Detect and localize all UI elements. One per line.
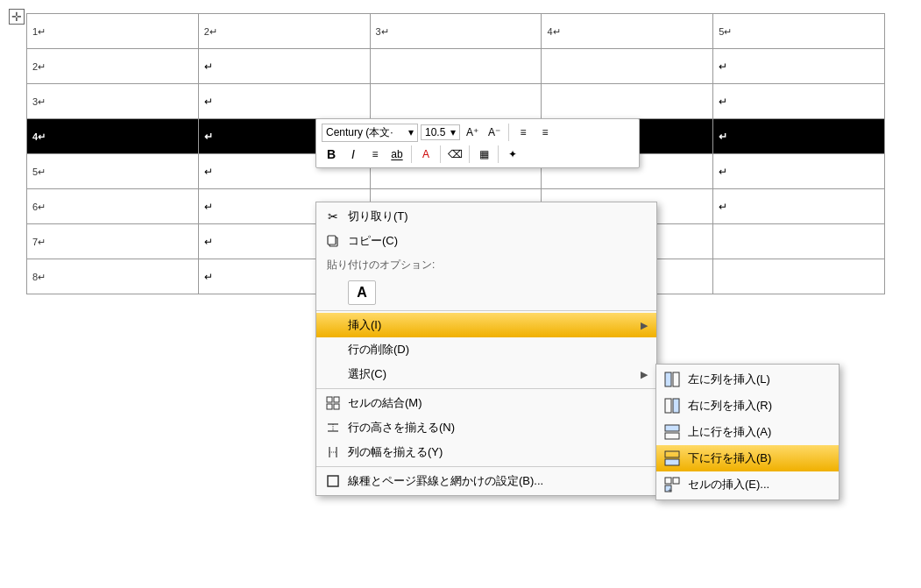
row-height-label: 行の高さを揃える(N) (348, 420, 455, 436)
cell-r1c1[interactable]: 1↵ (27, 14, 199, 49)
cell-r2c2[interactable]: ↵ (198, 49, 370, 84)
border-settings-label: 線種とページ罫線と網かけの設定(B)... (348, 473, 543, 489)
font-name-label: Century (本文· (326, 125, 393, 140)
paste-keep-format-button[interactable]: A (348, 280, 376, 305)
font-color-button[interactable]: A (416, 145, 436, 164)
table-row: 1↵ 2↵ 3↵ 4↵ 5↵ (27, 14, 885, 49)
font-name-chevron-icon: ▾ (408, 126, 414, 138)
insert-cell-label: セルの挿入(E)... (688, 477, 769, 492)
svg-rect-19 (665, 451, 679, 457)
copy-icon (323, 231, 343, 251)
insert-cell-icon: + (662, 474, 683, 495)
cell-r1c5[interactable]: 5↵ (713, 14, 885, 49)
toolbar-separator-1 (508, 124, 509, 141)
bold-button[interactable]: B (322, 145, 341, 164)
context-menu-select[interactable]: 選択(C) ▶ (316, 362, 656, 386)
insert-row-above-label: 上に行を挿入(A) (688, 424, 771, 440)
grow-font-button[interactable]: A⁺ (463, 123, 482, 142)
cell-r7c5[interactable] (713, 224, 885, 259)
paste-options-label: 貼り付けのオプション: (327, 258, 435, 273)
cell-r6c1[interactable]: 6↵ (27, 189, 199, 224)
context-menu-merge-cells[interactable]: セルの結合(M) (316, 391, 656, 415)
cell-r1c4[interactable]: 4↵ (542, 14, 713, 49)
context-menu-border-settings[interactable]: 線種とページ罫線と網かけの設定(B)... (316, 469, 656, 493)
merge-cells-label: セルの結合(M) (348, 395, 422, 411)
font-name-dropdown[interactable]: Century (本文· ▾ (322, 124, 418, 142)
cell-r1c3[interactable]: 3↵ (370, 14, 542, 49)
submenu-insert-row-above[interactable]: 上に行を挿入(A) (656, 419, 839, 445)
select-label: 選択(C) (348, 366, 386, 382)
cell-r5c1[interactable]: 5↵ (27, 154, 199, 189)
submenu-insert-col-left[interactable]: 左に列を挿入(L) (656, 366, 839, 393)
shading-button[interactable]: ⌫ (445, 145, 464, 164)
context-menu-separator-3 (316, 466, 656, 467)
format-painter-button[interactable]: ✦ (503, 145, 522, 164)
cell-r7c1[interactable]: 7↵ (27, 224, 199, 259)
context-menu-paste-label: 貼り付けのオプション: (316, 253, 656, 277)
context-menu: ✂ 切り取り(T) コピー(C) 貼り付けのオプション: A (315, 202, 657, 496)
context-menu-delete-row[interactable]: 行の削除(D) (316, 337, 656, 362)
cell-r2c5[interactable]: ↵ (713, 49, 885, 84)
copy-label: コピー(C) (348, 233, 398, 249)
context-menu-separator-2 (316, 388, 656, 389)
insert-row-above-icon (662, 422, 683, 443)
table-row: 2↵ ↵ ↵ (27, 49, 885, 84)
shrink-font-button[interactable]: A⁻ (485, 123, 504, 142)
svg-rect-1 (328, 236, 336, 244)
border-button[interactable]: ▦ (474, 145, 493, 164)
cell-r8c5[interactable] (713, 259, 885, 294)
cell-r4c5[interactable]: ↵ (713, 119, 885, 154)
cell-r1c2[interactable]: 2↵ (198, 14, 370, 49)
insert-row-below-icon (662, 448, 683, 469)
toolbar-separator-2 (411, 145, 412, 163)
insert-col-right-label: 右に列を挿入(R) (688, 398, 772, 414)
cell-r2c4[interactable] (542, 49, 713, 84)
svg-rect-21 (665, 478, 671, 484)
align-center-button[interactable]: ≡ (365, 145, 385, 164)
svg-rect-18 (665, 433, 679, 439)
submenu-insert-col-right[interactable]: 右に列を挿入(R) (656, 393, 839, 419)
font-size-label: 10.5 (425, 126, 445, 138)
align-right-button[interactable]: ≡ (535, 123, 555, 142)
toolbar-separator-3 (440, 145, 441, 163)
context-menu-row-height[interactable]: 行の高さを揃える(N) (316, 415, 656, 440)
insert-submenu: 左に列を挿入(L) 右に列を挿入(R) 上に行を挿入(A) (655, 364, 840, 500)
col-width-label: 列の幅を揃える(Y) (348, 444, 443, 460)
context-menu-insert[interactable]: 挿入(I) ▶ (316, 313, 656, 337)
cell-r8c1[interactable]: 8↵ (27, 259, 199, 294)
scissors-icon: ✂ (323, 207, 343, 226)
text-highlight-button[interactable]: ab (387, 145, 407, 164)
insert-submenu-arrow-icon: ▶ (641, 320, 648, 331)
submenu-insert-row-below[interactable]: 下に行を挿入(B) (656, 445, 839, 471)
submenu-insert-cell[interactable]: + セルの挿入(E)... (656, 471, 839, 498)
context-menu-cut[interactable]: ✂ 切り取り(T) (316, 204, 656, 229)
mini-toolbar: Century (本文· ▾ 10.5 ▾ A⁺ A⁻ ≡ ≡ B I ≡ ab… (315, 118, 640, 168)
toolbar-row2: B I ≡ ab A ⌫ ▦ ✦ (322, 145, 634, 164)
page: ✛ 1↵ 2↵ 3↵ 4↵ 5↵ 2↵ ↵ ↵ (0, 0, 921, 588)
italic-button[interactable]: I (344, 145, 363, 164)
svg-rect-4 (327, 404, 332, 409)
svg-rect-14 (673, 372, 679, 386)
cell-r2c1[interactable]: 2↵ (27, 49, 199, 84)
border-settings-icon (323, 471, 343, 491)
cell-r5c5[interactable]: ↵ (713, 154, 885, 189)
table-move-handle[interactable]: ✛ (9, 9, 25, 25)
cell-r3c2[interactable]: ↵ (198, 84, 370, 119)
font-size-dropdown[interactable]: 10.5 ▾ (421, 124, 460, 140)
cell-r3c1[interactable]: 3↵ (27, 84, 199, 119)
cell-r3c5[interactable]: ↵ (713, 84, 885, 119)
insert-label: 挿入(I) (348, 317, 381, 333)
svg-rect-20 (665, 459, 679, 465)
cell-r6c5[interactable]: ↵ (713, 189, 885, 224)
cell-r3c4[interactable] (542, 84, 713, 119)
cell-r4c1[interactable]: 4↵ (27, 119, 199, 154)
col-width-icon (323, 443, 343, 462)
context-menu-copy[interactable]: コピー(C) (316, 229, 656, 253)
cell-r2c3[interactable] (370, 49, 542, 84)
insert-row-below-label: 下に行を挿入(B) (688, 450, 771, 466)
align-left-button[interactable]: ≡ (514, 123, 533, 142)
cell-r3c3[interactable] (370, 84, 542, 119)
cut-label: 切り取り(T) (348, 209, 408, 224)
context-menu-col-width[interactable]: 列の幅を揃える(Y) (316, 440, 656, 464)
svg-rect-13 (665, 372, 671, 386)
